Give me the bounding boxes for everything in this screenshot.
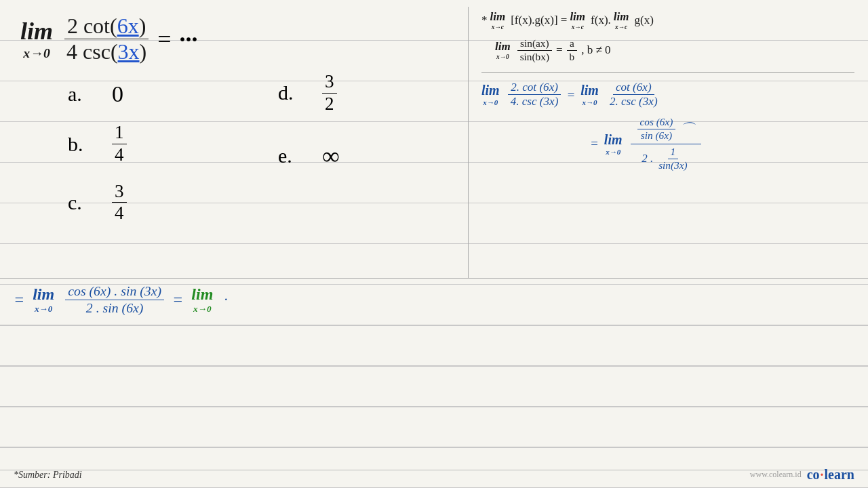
page-container: lim x→0 2 cot(6x) 4 csc(3x) = ··· a. 0 — [0, 0, 868, 488]
option-c-label: c. — [68, 191, 98, 214]
brand-learn: learn — [825, 467, 854, 483]
ab-fraction: a b — [567, 37, 578, 64]
star-symbol: * — [481, 14, 488, 27]
step1-main-frac: 2. cot (6x) 4. csc (3x) — [508, 81, 561, 110]
main-fraction: 2 cot(6x) 4 csc(3x) — [64, 14, 149, 64]
brand-area: www.colearn.id co · learn — [750, 467, 854, 483]
option-b-fraction: 1 4 — [112, 122, 127, 165]
line2 — [0, 366, 868, 367]
line1 — [0, 325, 868, 326]
formula-product-rule: * lim x→c [f(x).g(x)] = lim x→c f(x). li… — [481, 10, 854, 30]
option-b-num: 1 — [112, 122, 127, 144]
option-d-num: 3 — [322, 71, 337, 94]
problem-section: lim x→0 2 cot(6x) 4 csc(3x) = ··· a. 0 — [20, 14, 441, 239]
formula-divider — [481, 72, 854, 73]
answer-dots: ··· — [180, 25, 198, 54]
bottom-equals: = — [14, 291, 24, 309]
bottom-working: = lim x→0 cos (6x) . sin (3x) 2 . sin (6… — [14, 283, 854, 317]
option-e-label: e. — [278, 144, 309, 167]
formula-sin-limit: lim x→0 sin(ax) sin(bx) = a b , b ≠ 0 — [495, 37, 854, 64]
option-e: e. ∞ — [278, 142, 340, 170]
equals-sign: = — [157, 25, 171, 54]
line4 — [0, 447, 868, 448]
sin-fraction: sin(ax) sin(bx) — [517, 37, 552, 64]
options-left: a. 0 b. 1 4 c. 3 4 — [68, 81, 441, 224]
option-c: c. 3 4 — [68, 181, 441, 224]
option-c-num: 3 — [112, 181, 127, 203]
option-d-label: d. — [278, 81, 309, 104]
option-e-value: ∞ — [322, 142, 340, 170]
step1-simplified-frac: cot (6x) 2. csc (3x) — [607, 81, 660, 110]
6x-highlight: 6x — [117, 14, 139, 38]
option-a-value: 0 — [112, 81, 123, 107]
option-b-label: b. — [68, 133, 98, 156]
bottom-dot: · — [224, 291, 228, 308]
option-c-den: 4 — [112, 203, 127, 224]
option-a: a. 0 — [68, 81, 441, 107]
option-b: b. 1 4 — [68, 122, 441, 165]
option-d: d. 3 2 — [278, 71, 340, 115]
brand-url: www.colearn.id — [750, 470, 802, 480]
reference-section: * lim x→c [f(x).g(x)] = lim x→c f(x). li… — [481, 10, 854, 173]
source-label: *Sumber: Pribadi — [14, 470, 82, 481]
option-a-label: a. — [68, 83, 98, 106]
options-right: d. 3 2 e. ∞ — [278, 71, 340, 170]
vertical-divider — [468, 7, 469, 278]
3x-highlight: 3x — [118, 39, 140, 64]
working-step2: = lim x→0 cos (6x) sin (6x) ⌒ 2 . — [590, 115, 854, 173]
option-c-fraction: 3 4 — [112, 181, 127, 224]
working-divider — [0, 278, 868, 279]
brand-co: co — [807, 467, 820, 483]
option-d-fraction: 3 2 — [322, 71, 337, 115]
footer: *Sumber: Pribadi www.colearn.id co · lea… — [14, 467, 854, 483]
main-lim-symbol: lim x→0 — [20, 17, 53, 61]
option-d-den: 2 — [322, 94, 337, 115]
bottom-equals2: = — [172, 291, 183, 309]
step2-nested-frac: cos (6x) sin (6x) ⌒ 2 . 1 sin(3x) — [631, 115, 702, 173]
brand-logo: co · learn — [807, 467, 854, 483]
working-step1: lim x→0 2. cot (6x) 4. csc (3x) = lim x→… — [481, 81, 854, 110]
line3 — [0, 407, 868, 407]
brand-dot-char: · — [821, 467, 824, 483]
option-b-den: 4 — [112, 144, 127, 166]
bracket-arrow: ⌒ — [679, 119, 694, 140]
bottom-fraction: cos (6x) . sin (3x) 2 . sin (6x) — [65, 283, 164, 317]
